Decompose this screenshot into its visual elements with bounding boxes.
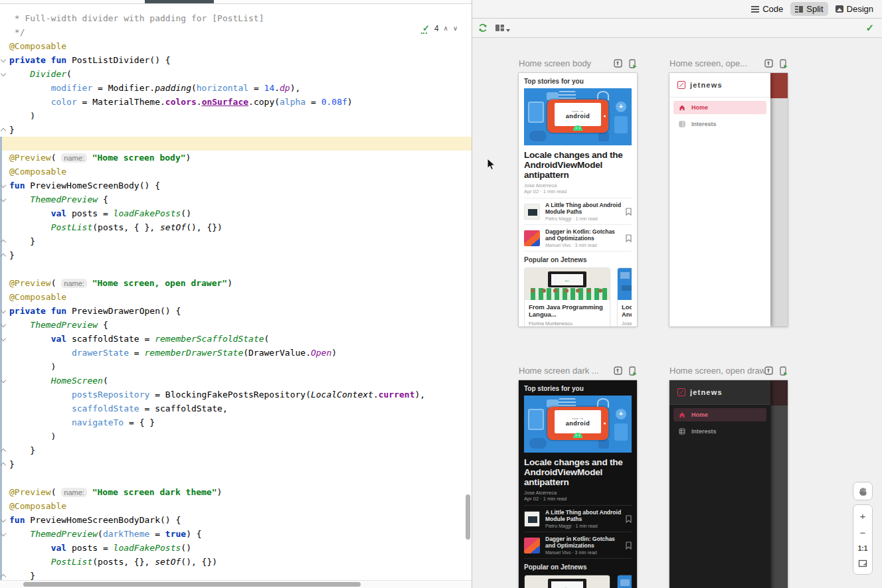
drawer-item-label: Home — [691, 104, 708, 111]
post-row[interactable]: Dagger in Kotlin: Gotchas and Optimizati… — [524, 534, 632, 556]
bookmark-icon[interactable] — [626, 234, 632, 242]
code-line: PostList(posts, {}, setOf(), {}) — [9, 555, 425, 569]
code-editor[interactable]: * Full-width divider with padding for [P… — [0, 5, 472, 588]
preview-layout-option-icon[interactable] — [495, 24, 510, 33]
editor-tab-strip[interactable] — [0, 0, 472, 4]
run-on-device-icon[interactable] — [628, 366, 637, 376]
inspections-ok-icon: ✓ — [422, 23, 430, 33]
popular-card[interactable]: Locale changes and the AndroidViewModel … — [617, 267, 632, 327]
fold-marker-icon[interactable] — [1, 196, 6, 201]
code-line — [9, 137, 425, 151]
next-issue-icon[interactable]: ∨ — [453, 25, 458, 32]
post-row[interactable]: Dagger in Kotlin: Gotchas and Optimizati… — [524, 227, 632, 249]
tab-split[interactable]: Split — [790, 2, 828, 16]
post-title: A Little Thing about Android Module Path… — [545, 202, 623, 215]
drawer-item-interests[interactable]: Interests — [673, 117, 766, 131]
compose-preview-home-screen[interactable]: Top stories for you + now in android Loc… — [519, 380, 637, 588]
interactive-preview-icon[interactable] — [764, 366, 773, 375]
code-line: @Preview( name: "Home screen, open drawe… — [9, 276, 425, 290]
jetnews-logo-text: jetnews — [690, 388, 723, 396]
fold-marker-icon[interactable] — [1, 378, 6, 382]
popular-card[interactable]: ← From Java Programming Langua... Florin… — [524, 575, 610, 588]
code-line: Divider( — [9, 67, 425, 81]
drawer-item-interests[interactable]: Interests — [673, 425, 766, 438]
fold-marker-icon[interactable] — [1, 573, 6, 577]
popular-label: Popular on Jetnews — [524, 563, 632, 571]
bookmark-icon[interactable] — [626, 208, 632, 216]
android-robot-icon — [573, 433, 582, 438]
fold-marker-icon[interactable] — [1, 127, 6, 131]
fold-marker-icon[interactable] — [1, 252, 6, 257]
navigation-drawer[interactable]: jetnews Home Interests — [669, 380, 770, 588]
post-row[interactable]: A Little Thing about Android Module Path… — [524, 508, 632, 530]
fold-marker-icon[interactable] — [1, 531, 6, 536]
code-line: } — [9, 123, 425, 137]
hero-phone-graphic: now in android — [547, 100, 608, 133]
navigation-drawer[interactable]: jetnews Home Interests — [669, 73, 770, 327]
code-line: @Composable — [9, 499, 425, 513]
zoom-controls: + − 1:1 — [853, 504, 873, 575]
pan-tool-button[interactable] — [853, 482, 873, 500]
preview-canvas[interactable]: Home screen body Top stories for you + n… — [472, 38, 882, 588]
code-line: scaffoldState = scaffoldState, — [9, 402, 425, 415]
code-line: } — [9, 248, 425, 262]
zoom-out-button[interactable]: − — [860, 528, 866, 538]
editor-horizontal-scrollbar[interactable] — [23, 582, 361, 587]
popular-card[interactable]: ← From Java Programming Langua... Florin… — [524, 267, 610, 327]
refresh-previews-icon[interactable] — [478, 23, 488, 33]
interactive-preview-icon[interactable] — [764, 59, 773, 68]
tab-code[interactable]: Code — [747, 2, 788, 16]
bookmark-icon[interactable] — [626, 542, 632, 550]
editor-vertical-scrollbar[interactable] — [466, 494, 470, 540]
fold-marker-icon[interactable] — [1, 57, 6, 62]
interactive-preview-icon[interactable] — [614, 59, 622, 68]
code-line: private fun PostListDivider() { — [9, 53, 425, 67]
run-on-device-icon[interactable] — [779, 59, 788, 68]
fold-marker-icon[interactable] — [1, 308, 6, 313]
fold-marker-icon[interactable] — [1, 336, 6, 340]
fold-marker-icon[interactable] — [1, 238, 6, 243]
editor-pane: * Full-width divider with padding for [P… — [0, 0, 472, 588]
compose-preview-home-screen[interactable]: Top stories for you + now in android Loc… — [519, 73, 637, 327]
run-on-device-icon[interactable] — [779, 366, 788, 376]
code-area[interactable]: * Full-width divider with padding for [P… — [9, 11, 425, 583]
divider — [524, 224, 632, 225]
fold-marker-icon[interactable] — [1, 517, 6, 522]
post-row[interactable]: A Little Thing about Android Module Path… — [524, 200, 632, 222]
code-line: @Preview( name: "Home screen body") — [9, 151, 425, 165]
preview-toolbar: ✓ — [472, 19, 882, 38]
prev-issue-icon[interactable]: ∧ — [444, 25, 448, 32]
fold-marker-icon[interactable] — [1, 71, 6, 76]
drawer-item-home[interactable]: Home — [673, 101, 766, 114]
editor-gutter[interactable] — [0, 5, 9, 588]
popular-carousel[interactable]: ← From Java Programming Langua... Florin… — [524, 575, 632, 588]
popular-card[interactable]: Locale changes and the AndroidViewModel … — [617, 575, 632, 588]
bookmark-icon[interactable] — [626, 515, 632, 523]
fold-marker-icon[interactable] — [1, 447, 6, 452]
inspections-widget[interactable]: ✓ 4 ∧ ∨ — [422, 23, 458, 33]
tab-design[interactable]: Design — [831, 2, 878, 16]
top-stories-label: Top stories for you — [524, 78, 632, 85]
drawer-item-label: Interests — [691, 121, 717, 127]
drawer-item-home[interactable]: Home — [673, 408, 766, 421]
code-line: fun PreviewHomeScreenBody() { — [9, 179, 425, 192]
post-title: Dagger in Kotlin: Gotchas and Optimizati… — [545, 228, 623, 242]
post-thumbnail — [524, 230, 540, 246]
zoom-to-fit-icon[interactable] — [858, 559, 867, 567]
compose-preview-open-drawer[interactable]: jetnews Home Interests — [669, 73, 788, 327]
post-meta: Manuel Vivo · 3 min read — [545, 550, 623, 555]
code-line: PostList(posts, { }, setOf(), {}) — [9, 220, 425, 234]
fold-marker-icon[interactable] — [1, 183, 6, 187]
code-line: HomeScreen( — [9, 374, 425, 388]
run-on-device-icon[interactable] — [628, 59, 637, 68]
fold-marker-icon[interactable] — [1, 322, 6, 327]
compose-preview-open-drawer[interactable]: jetnews Home Interests — [669, 380, 788, 588]
zoom-in-button[interactable]: + — [860, 512, 866, 521]
interactive-preview-icon[interactable] — [614, 366, 622, 375]
code-line: navigateTo = { } — [9, 415, 425, 429]
post-meta: Pietro Maggi · 1 min read — [545, 524, 623, 528]
popular-carousel[interactable]: ← From Java Programming Langua... Florin… — [524, 267, 632, 327]
zoom-actual-size-button[interactable]: 1:1 — [858, 545, 867, 552]
fold-marker-icon[interactable] — [1, 461, 6, 466]
popular-card-image: ← — [525, 268, 610, 300]
